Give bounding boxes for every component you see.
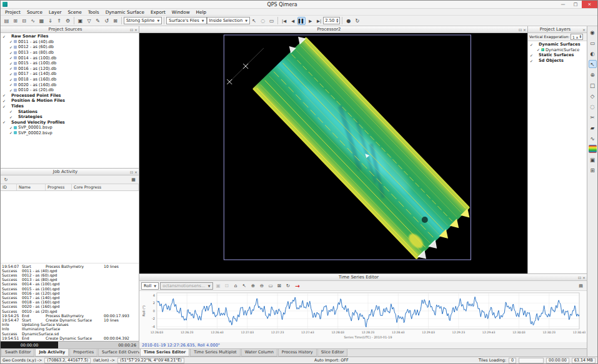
- tree-item[interactable]: ✓ Strategies: [1, 114, 139, 120]
- checkbox[interactable]: ✓: [9, 130, 12, 135]
- display-settings-icon[interactable]: ▣: [589, 155, 597, 164]
- tree-item[interactable]: ✓ 0014 - as (100).db: [1, 55, 139, 61]
- shade-icon[interactable]: ◐: [589, 49, 597, 57]
- float-panel-icon[interactable]: ⊡: [578, 275, 581, 280]
- float-panel-icon[interactable]: ⊡: [130, 170, 133, 174]
- checkbox[interactable]: ✓: [9, 39, 12, 44]
- checkbox[interactable]: ✓: [9, 115, 12, 119]
- save-project-icon[interactable]: ▦: [37, 17, 46, 25]
- menu-item[interactable]: Source: [24, 9, 46, 15]
- checkbox[interactable]: ✓: [9, 109, 12, 114]
- checkbox[interactable]: ✓: [2, 120, 6, 124]
- device-select[interactable]: octansmotionsens...▼: [160, 282, 212, 290]
- menu-item[interactable]: Tools: [85, 9, 102, 15]
- colormap-icon[interactable]: [589, 145, 597, 153]
- tree-item[interactable]: ✓ 0020 - as (160).db: [1, 82, 139, 87]
- tree-item[interactable]: ✓ Tides: [1, 104, 139, 109]
- pan-tool-icon[interactable]: ↖: [241, 282, 249, 290]
- play-button[interactable]: ▶: [306, 17, 314, 25]
- pick-cursor-icon[interactable]: ↖: [250, 17, 258, 25]
- tree-item[interactable]: ✓ 0012 - as (60).db: [1, 44, 139, 50]
- lasso-select-icon[interactable]: ◌: [259, 17, 267, 25]
- menu-item[interactable]: Window: [169, 9, 193, 15]
- checkbox[interactable]: ✓: [9, 82, 12, 87]
- reset-plot-icon[interactable]: ↻: [284, 282, 292, 290]
- checkbox[interactable]: ✓: [2, 93, 6, 97]
- process-bathymetry-icon[interactable]: ▣: [76, 17, 84, 25]
- tree-item[interactable]: ✓ Position & Motion Files: [1, 98, 139, 104]
- checkbox[interactable]: ✓: [530, 59, 533, 63]
- bottom-tab[interactable]: Time Series Multiplot: [190, 349, 240, 357]
- checkbox[interactable]: ✓: [9, 61, 12, 66]
- speed-stepper[interactable]: 2.50 ▲▼: [323, 17, 340, 24]
- menu-item[interactable]: Layer: [46, 9, 64, 15]
- checkbox[interactable]: ✓: [9, 45, 12, 49]
- roll-chart[interactable]: 420-2-412:26:0312:26:2312:26:4312:27:031…: [139, 291, 587, 342]
- measure-tool-icon[interactable]: ⊠: [276, 282, 284, 290]
- tree-item[interactable]: ✓ Raw Sonar Files: [1, 34, 139, 39]
- profile-icon[interactable]: ∿: [589, 134, 597, 142]
- maximize-button[interactable]: □: [569, 1, 582, 8]
- copy-plot-icon[interactable]: ⊡: [223, 282, 231, 290]
- menu-item[interactable]: Help: [193, 9, 210, 15]
- checkbox[interactable]: ✓: [2, 99, 6, 103]
- tree-item[interactable]: ✓ 0016 - as (120).db: [1, 66, 139, 72]
- tree-item[interactable]: ✓ Static Surfaces: [528, 52, 587, 58]
- zoom-in-icon[interactable]: ⊕: [249, 282, 257, 290]
- move-axes-icon[interactable]: ⊞: [589, 166, 597, 174]
- tree-item[interactable]: ✓ 0015 - as (100).db: [1, 61, 139, 66]
- refresh-jobs-icon[interactable]: ↻: [2, 175, 10, 184]
- save-plot-icon[interactable]: ▣: [214, 282, 222, 290]
- checkbox[interactable]: ✓: [537, 47, 540, 52]
- next-record-icon[interactable]: →: [294, 282, 302, 290]
- slice-icon[interactable]: ✂: [589, 113, 597, 121]
- import-data-icon[interactable]: ⇓: [46, 17, 54, 25]
- tree-item[interactable]: ✓ SVP_00002.bsvp: [1, 130, 139, 136]
- open-project-icon[interactable]: ▤: [2, 17, 11, 25]
- tree-item[interactable]: ✓ Dynamic Surfaces: [528, 42, 587, 47]
- tree-item[interactable]: ✓ Stations: [1, 109, 139, 114]
- zoom-out-icon[interactable]: ⊖: [258, 282, 266, 290]
- undo-icon[interactable]: ↺: [102, 17, 111, 25]
- tree-item[interactable]: ✓ Processed Point Files: [1, 93, 139, 99]
- tools-icon[interactable]: ⊠: [111, 17, 119, 25]
- rect-select-icon[interactable]: ▭: [267, 17, 276, 25]
- left-tab[interactable]: Swath Editor: [1, 349, 34, 357]
- bottom-tab[interactable]: Slice Editor: [317, 349, 348, 357]
- tree-item[interactable]: ✓ 0017 - as (140).db: [1, 71, 139, 77]
- close-panel-icon[interactable]: ×: [523, 27, 526, 32]
- checkbox[interactable]: ✓: [9, 56, 12, 60]
- go-last-button[interactable]: ▶|: [315, 17, 323, 25]
- checkbox[interactable]: ✓: [9, 72, 12, 76]
- dotted-select-icon[interactable]: ◌: [589, 102, 597, 111]
- close-panel-icon[interactable]: ×: [582, 275, 586, 280]
- menu-item[interactable]: Dynamic Surface: [102, 9, 147, 15]
- step-back-button[interactable]: ◀: [289, 17, 297, 25]
- job-column-header[interactable]: Name: [17, 184, 46, 190]
- job-grid-icon[interactable]: ▦: [129, 175, 137, 184]
- checkbox[interactable]: ✓: [530, 42, 533, 47]
- filter-points-icon[interactable]: ▽: [85, 17, 93, 25]
- crosshair-icon[interactable]: ⊕: [589, 71, 597, 79]
- checkbox[interactable]: ✓: [9, 77, 12, 82]
- left-tab[interactable]: Job Activity: [35, 349, 69, 357]
- checkbox[interactable]: ✓: [530, 53, 533, 57]
- job-column-header[interactable]: ID: [1, 184, 17, 190]
- select-cursor-icon[interactable]: ↖: [589, 60, 597, 68]
- eraser-icon[interactable]: ▰: [589, 124, 597, 132]
- scene-viewport[interactable]: [139, 33, 527, 273]
- add-processed-points-icon[interactable]: ⊟: [20, 17, 28, 25]
- close-panel-icon[interactable]: ×: [582, 27, 586, 32]
- job-column-header[interactable]: Core Progress: [72, 184, 139, 190]
- rect-select-icon[interactable]: □: [589, 81, 597, 89]
- measure-icon[interactable]: ▭: [589, 39, 597, 47]
- menu-item[interactable]: Scene: [64, 9, 84, 15]
- close-panel-icon[interactable]: ×: [134, 170, 137, 174]
- series-select[interactable]: Roll▼: [141, 282, 159, 290]
- bottom-tab[interactable]: Water Column: [241, 349, 277, 357]
- go-first-button[interactable]: |◀: [280, 17, 288, 25]
- left-tab[interactable]: Properties: [69, 349, 97, 357]
- float-panel-icon[interactable]: ⊡: [130, 27, 133, 32]
- spline-mode-select[interactable]: Strong Spline▼: [124, 17, 162, 24]
- home-view-icon[interactable]: ⌂: [232, 282, 240, 290]
